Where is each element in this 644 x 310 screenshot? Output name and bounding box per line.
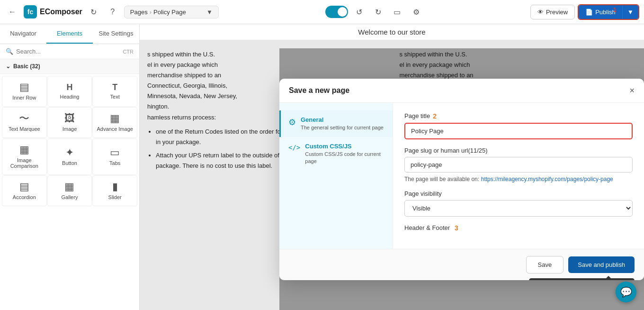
element-image[interactable]: 🖼 Image [47,107,92,138]
heading-label: Heading [60,94,80,100]
search-shortcut: CTR [123,49,134,55]
slug-input[interactable] [404,157,633,173]
save-and-publish-button[interactable]: Save and publish [568,256,635,273]
form-visibility-label: Page visibility [404,190,633,197]
element-text-marquee[interactable]: 〜 Text Marquee [2,107,47,138]
modal-sidebar-item-cssjs[interactable]: </> Custom CSS/JS Custom CSS/JS code for… [279,137,393,171]
redo-button[interactable]: ↻ [371,4,386,19]
form-header-footer-label: Header & Footer 3 [404,224,633,232]
slider-label: Slider [108,194,122,200]
sidebar-tabs: Navigator Elements Site Settings [0,24,139,44]
undo-button[interactable]: ↺ [352,4,367,19]
heading-icon: H [66,83,72,91]
publish-btn-container: 📄 Publish ▼ 1 [578,4,639,20]
element-button[interactable]: ✦ Button [47,138,92,175]
header-footer-label-text: Header & Footer [404,224,450,231]
button-label: Button [62,160,77,166]
form-available-hint-wrapper: The page will be available on: https://m… [404,175,633,182]
modal-sidebar: ⚙ General The general setting for curren… [279,103,393,249]
form-available-link[interactable]: https://mileagency.myshopify.com/pages/p… [481,176,613,182]
toggle-knob [338,7,347,17]
text-marquee-icon: 〜 [19,113,29,124]
sidebar-search: 🔍 CTR [0,44,139,59]
visibility-select[interactable]: Visible Hidden [404,200,633,217]
gallery-label: Gallery [62,194,78,200]
header-footer-label-num: 3 [455,224,458,232]
toggle-switch[interactable] [325,6,348,18]
publish-badge: 1 [613,6,617,13]
preview-label: Preview [546,9,568,16]
modal-sidebar-general-text: General The general setting for current … [301,116,384,131]
breadcrumb[interactable]: Pages › Policy Page ▼ [124,6,219,18]
form-page-title-label: Page title 2 [404,112,633,120]
modal-footer: Save Save and publish Save data & publis… [279,249,644,280]
modal-footer-right: Save Save and publish Save data & publis… [526,256,635,274]
logo-text: EComposer [40,8,82,16]
preview-icon: 👁 [537,9,544,16]
inner-row-icon: ▤ [19,82,29,92]
button-icon: ✦ [65,147,74,158]
element-image-comparison[interactable]: ▦ Image Comparison [2,138,47,175]
publish-btn-group: 📄 Publish ▼ [578,4,639,20]
page-title-label-num: 2 [433,112,437,120]
text-marquee-label: Text Marquee [9,126,40,132]
modal-sidebar-item-general[interactable]: ⚙ General The general setting for curren… [279,110,393,137]
inner-row-label: Inner Row [12,95,36,100]
page-header-text: Welcome to our store [358,28,425,36]
modal-overlay[interactable]: Save a new page × ⚙ General The general … [279,48,644,310]
chevron-down-icon: ⌄ [6,63,10,70]
element-slider[interactable]: ▮ Slider [92,175,137,206]
breadcrumb-page: Policy Page [153,9,186,16]
search-input[interactable] [16,48,120,55]
modal-title: Save a new page [289,86,349,95]
save-button[interactable]: Save [526,256,564,274]
help-button[interactable]: ? [105,4,120,19]
image-comparison-label: Image Comparison [5,157,44,169]
toolbar-center: ↺ ↻ ▭ ⚙ [223,4,527,19]
preview-button[interactable]: 👁 Preview [530,5,575,19]
tab-elements[interactable]: Elements [46,24,93,44]
desktop-view-button[interactable]: ▭ [390,4,405,19]
page-title-input[interactable] [404,123,633,139]
tabs-icon: ▭ [110,147,120,158]
breadcrumb-separator: › [150,9,152,16]
modal-content: Page title 2 Page slug or human url(11/2… [393,103,644,249]
element-text[interactable]: T Text [92,76,137,107]
accordion-icon: ▤ [19,182,29,192]
publish-dropdown-button[interactable]: ▼ [622,5,638,19]
chat-widget[interactable]: 💬 [616,282,636,302]
element-heading[interactable]: H Heading [47,76,92,107]
image-label: Image [63,126,77,132]
tab-navigator[interactable]: Navigator [0,24,46,44]
image-comparison-icon: ▦ [19,145,29,155]
form-header-footer-group: Header & Footer 3 [404,224,633,232]
logo-icon: fc [24,5,37,18]
back-button[interactable]: ← [5,4,20,19]
publish-icon: 📄 [585,9,593,16]
element-accordion[interactable]: ▤ Accordion [2,175,47,206]
main-area: Welcome to our store s shipped within th… [140,24,644,310]
save-publish-tooltip: Save data & publish template to store [529,278,635,280]
element-advance-image[interactable]: ▦ Advance Image [92,107,137,138]
form-visibility-group: Page visibility Visible Hidden [404,190,633,217]
modal-close-button[interactable]: × [629,86,635,95]
page-header-bar: Welcome to our store [140,24,644,40]
tab-site-settings[interactable]: Site Settings [93,24,139,44]
toolbar-left: ← fc EComposer ↻ ? Pages › Policy Page ▼ [5,4,219,19]
top-toolbar: ← fc EComposer ↻ ? Pages › Policy Page ▼… [0,0,644,24]
advance-image-icon: ▦ [110,113,120,124]
form-slug-group: Page slug or human url(11/25) The page w… [404,147,633,182]
element-inner-row[interactable]: ▤ Inner Row [2,76,47,107]
element-gallery[interactable]: ▦ Gallery [47,175,92,206]
settings-button[interactable]: ⚙ [409,4,424,19]
element-tabs[interactable]: ▭ Tabs [92,138,137,175]
publish-label: Publish [595,9,616,16]
breadcrumb-dropdown-icon[interactable]: ▼ [206,9,213,16]
accordion-label: Accordion [13,194,36,200]
gallery-icon: ▦ [64,182,74,192]
form-slug-label: Page slug or human url(11/25) [404,147,633,154]
sidebar: Navigator Elements Site Settings 🔍 CTR ⌄… [0,24,140,310]
modal-header: Save a new page × [279,79,644,103]
tabs-label: Tabs [109,160,120,166]
history-button[interactable]: ↻ [86,4,101,19]
